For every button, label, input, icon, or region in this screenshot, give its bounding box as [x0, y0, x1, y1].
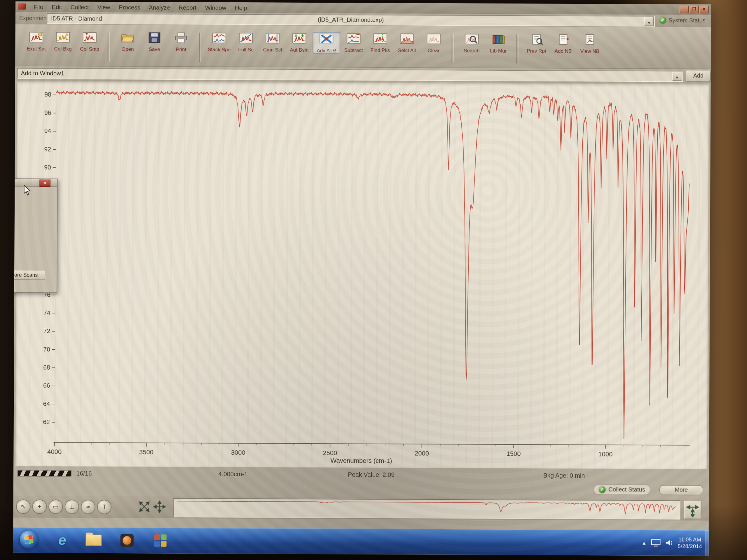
show-desktop-button[interactable] [705, 530, 709, 556]
svg-text:2000: 2000 [415, 450, 429, 457]
toolbar-separator [199, 33, 201, 62]
toolbar-button-selct-all[interactable]: Selct All [394, 32, 420, 53]
close-icon[interactable] [699, 6, 709, 14]
add-notebook-icon [556, 33, 570, 47]
menu-item-file[interactable]: File [29, 2, 47, 12]
toolbar-button-view-nb[interactable]: View NB [576, 33, 603, 54]
clock[interactable]: 11:05 AM 5/28/2014 [677, 536, 702, 550]
toolbar-button-prev-rpt[interactable]: Prev Rpt [523, 33, 550, 54]
stack-spectra-icon [212, 32, 227, 45]
spectrum-plot[interactable]: 4000350030002500200015001000989694929088… [32, 87, 701, 469]
experiment-label: Experiment: [19, 15, 50, 21]
svg-text:2500: 2500 [323, 449, 337, 456]
tool-region-button[interactable]: ▭ [48, 500, 63, 514]
svg-text:66: 66 [43, 382, 50, 389]
menu-item-window[interactable]: Window [201, 3, 231, 13]
svg-text:1000: 1000 [598, 450, 613, 458]
toolbar-button-save[interactable]: Save [141, 31, 168, 52]
menu-item-view[interactable]: View [93, 3, 114, 12]
menu-item-process[interactable]: Process [114, 3, 145, 12]
subtract-icon [346, 32, 361, 46]
tool-peak-area-button[interactable]: ≈ [81, 500, 95, 514]
spectrum-chart-area[interactable]: 4000350030002500200015001000989694929088… [16, 81, 709, 469]
tool-annotate-button[interactable]: T [97, 500, 111, 514]
start-button[interactable] [20, 531, 38, 549]
volume-tray-icon[interactable] [665, 539, 673, 546]
display-tray-icon[interactable] [651, 539, 661, 546]
close-icon[interactable] [40, 180, 50, 187]
system-status[interactable]: System Status [660, 17, 705, 24]
toolbar-button-clear[interactable]: Clear [420, 33, 447, 53]
toolbar-button-search[interactable]: Search [458, 33, 485, 53]
svg-text:64: 64 [43, 400, 50, 407]
svg-text:90: 90 [44, 164, 51, 170]
minimize-icon[interactable] [679, 5, 689, 13]
app-launcher-icon[interactable] [152, 532, 169, 549]
tool-cursor-button[interactable]: + [32, 500, 47, 514]
toolbar-button-print[interactable]: Print [168, 31, 195, 52]
dialog-titlebar[interactable] [13, 179, 57, 187]
view-notebook-icon [583, 33, 597, 47]
status-bar: 16/16 4.000cm-1 Peak Value: 2.09 Bkg Age… [14, 469, 709, 481]
toolbar-button-col-bkg[interactable]: Col Bkg [50, 31, 76, 52]
clock-date: 5/28/2014 [677, 543, 702, 549]
file-explorer-icon[interactable] [85, 532, 102, 548]
windows-logo-icon [24, 534, 34, 545]
internet-explorer-icon[interactable]: e [54, 532, 70, 548]
add-target-combobox[interactable]: Add to Window1 [17, 68, 683, 82]
scan-count: 16/16 [76, 470, 92, 477]
toolbar-button-expt-set[interactable]: Expt Set [23, 31, 50, 52]
status-check-icon [660, 17, 666, 24]
menu-item-help[interactable]: Help [231, 3, 252, 13]
main-toolbar: Expt SetCol BkgCol SmpOpenSavePrintStack… [15, 24, 711, 69]
toolbar-button-cmn-scl[interactable]: Cmn Scl [259, 32, 286, 53]
mouse-cursor [23, 185, 31, 196]
more-scans-button[interactable]: More Scans [13, 270, 45, 280]
scan-progress-bar [17, 470, 72, 477]
axes: 4000350030002500200015001000989694929088… [43, 91, 691, 458]
search-icon [465, 33, 479, 46]
menu-item-collect[interactable]: Collect [66, 3, 93, 12]
zoom-arrows-icon[interactable] [138, 501, 151, 513]
svg-text:4000: 4000 [47, 448, 61, 455]
open-folder-icon [121, 31, 135, 45]
chevron-down-icon[interactable] [644, 17, 654, 26]
restore-icon[interactable] [690, 6, 699, 14]
spectrum-trace [55, 91, 690, 439]
menu-item-analyze[interactable]: Analyze [145, 3, 174, 12]
tool-peak-height-button[interactable]: ⊥ [65, 500, 79, 514]
toolbar-button-find-pks[interactable]: Find Pks [367, 32, 394, 53]
system-status-label: System Status [669, 17, 705, 24]
tool-select-button[interactable]: ↖ [16, 499, 30, 514]
toolbar-button-stack-spe[interactable]: Stack Spe [206, 32, 233, 53]
toolbar-button-full-sc[interactable]: Full Sc [233, 32, 259, 53]
collect-dialog: More Scans [13, 179, 58, 293]
experiment-filename: (iD5_ATR_Diamond.exp) [47, 15, 654, 25]
tray-expand-icon[interactable]: ▲ [641, 540, 647, 546]
background-age: Bkg Age: 0 min [543, 472, 585, 479]
experiment-setup-icon [29, 31, 44, 44]
toolbar-button-subtract[interactable]: Subtract [340, 32, 367, 53]
collect-status-badge[interactable]: Collect Status [594, 484, 650, 495]
toolbar-button-col-smp[interactable]: Col Smp [76, 31, 103, 52]
toolbar-button-adv-atr[interactable]: Adv ATR [312, 32, 340, 54]
more-button[interactable]: More [660, 485, 703, 495]
bottom-tool-strip: ↖+▭⊥≈T [13, 496, 709, 521]
toolbar-button-add-nb[interactable]: Add NB [550, 33, 576, 54]
toolbar-button-aut-bsln[interactable]: Aut Bsln [286, 32, 313, 53]
system-tray: ▲ 11:05 AM 5/28/2014 [641, 530, 702, 556]
spectrum-overview-strip[interactable] [173, 498, 680, 519]
pan-arrows-icon[interactable] [153, 501, 166, 513]
menu-item-edit[interactable]: Edit [48, 2, 67, 12]
add-button[interactable]: Add [686, 71, 711, 82]
scroll-arrows-icon[interactable] [684, 501, 701, 519]
menu-items: FileEditCollectViewProcessAnalyzeReportW… [29, 2, 251, 12]
toolbar-button-lib-mgr[interactable]: Lib Mgr [485, 33, 512, 54]
media-player-icon[interactable] [119, 532, 135, 549]
toolbar-button-open[interactable]: Open [114, 31, 141, 52]
menu-item-report[interactable]: Report [174, 3, 201, 12]
chevron-down-icon[interactable] [672, 72, 682, 81]
svg-text:68: 68 [43, 364, 50, 371]
library-manager-icon [491, 33, 506, 46]
collect-check-icon [599, 486, 606, 493]
